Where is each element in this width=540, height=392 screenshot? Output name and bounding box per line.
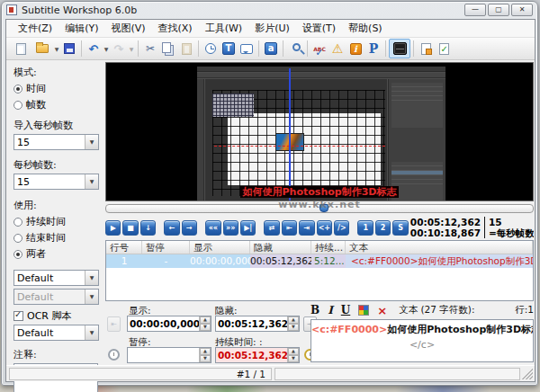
menu-tools[interactable]: 工具(W) bbox=[199, 20, 248, 37]
pascal-script-button[interactable]: P bbox=[364, 39, 382, 58]
show-time-spinner[interactable]: 00:00:00,000 ▲▼ bbox=[127, 316, 212, 332]
next-subtitle-button[interactable]: → bbox=[182, 220, 197, 236]
stop-button[interactable]: ■ bbox=[122, 220, 138, 236]
hide-time-spinner[interactable]: 00:05:12,362 ▲▼ bbox=[215, 316, 300, 332]
play-button[interactable]: ▶ bbox=[105, 220, 121, 236]
clear-format-button[interactable]: × bbox=[377, 304, 387, 317]
fps-select[interactable]: 15 ▼ bbox=[14, 174, 99, 190]
move-subtitle-start-button[interactable]: ⇤ bbox=[282, 220, 297, 236]
jump-prev-button[interactable]: ⇤ bbox=[107, 316, 121, 332]
spin-up-icon[interactable]: ▲ bbox=[288, 348, 299, 355]
spin-up-icon[interactable]: ▲ bbox=[288, 316, 299, 324]
spin-up-icon[interactable]: ▲ bbox=[200, 316, 211, 324]
show-time-value[interactable]: 00:00:00,000 bbox=[128, 316, 199, 331]
rewind-button[interactable]: «« bbox=[205, 220, 220, 236]
video-preview-toggle[interactable] bbox=[389, 39, 410, 58]
menu-help[interactable]: 帮助(S) bbox=[342, 20, 389, 37]
copy-button[interactable] bbox=[159, 39, 177, 58]
time-tools-button[interactable] bbox=[202, 39, 220, 58]
sync-point-1-button[interactable]: 1 bbox=[357, 220, 373, 236]
redo-dropdown-caret-icon[interactable]: ▼ bbox=[128, 46, 135, 52]
resize-grip[interactable] bbox=[522, 369, 533, 379]
work-endtime-option[interactable]: 结束时间 bbox=[14, 231, 99, 245]
undo-dropdown-caret-icon[interactable]: ▼ bbox=[103, 46, 110, 52]
set-start-time-button[interactable]: <+ bbox=[317, 220, 332, 236]
save-button[interactable] bbox=[60, 39, 78, 58]
col-hide[interactable]: 隐藏 bbox=[250, 241, 311, 254]
redo-button[interactable]: ↷ bbox=[110, 39, 128, 58]
title-bar[interactable]: Subtitle Workshop 6.0b — ▢ ✕ bbox=[2, 2, 537, 18]
mode-time-option[interactable]: 时间 bbox=[14, 82, 99, 95]
sync-add-button[interactable]: S bbox=[392, 220, 408, 236]
playback-rate-button[interactable]: ▶| bbox=[240, 220, 256, 236]
set-end-time-button[interactable]: /> bbox=[334, 220, 349, 236]
undo-button[interactable]: ↶ bbox=[85, 39, 103, 58]
spell-check-button[interactable]: ABC bbox=[310, 39, 328, 58]
col-text[interactable]: 文本 bbox=[346, 241, 533, 254]
hide-time-value[interactable]: 00:05:12,362 bbox=[216, 316, 287, 331]
open-file-button[interactable] bbox=[32, 39, 53, 58]
color-palette-icon[interactable] bbox=[358, 305, 369, 316]
duration-time-spinner[interactable]: 00:05:12,362 ▲▼ bbox=[215, 347, 300, 363]
subtitle-text-input[interactable]: <c:#FF0000>如何使用Photoshop制作3D标志 </c> bbox=[310, 319, 534, 362]
col-duration[interactable]: 持续... bbox=[311, 241, 346, 254]
menu-file[interactable]: 文件(Z) bbox=[12, 20, 58, 37]
sync-point-2-button[interactable]: 2 bbox=[375, 220, 391, 236]
seekbar-thumb[interactable] bbox=[320, 204, 328, 212]
spin-down-icon[interactable]: ▼ bbox=[288, 324, 299, 331]
italic-button[interactable]: I bbox=[328, 304, 333, 316]
move-subtitle-end-button[interactable]: ⇥ bbox=[299, 220, 314, 236]
translate-button[interactable]: a bbox=[262, 39, 280, 58]
col-line-number[interactable]: 行号 bbox=[106, 241, 142, 254]
script-check-button[interactable] bbox=[435, 39, 453, 58]
chevron-down-icon[interactable]: ▼ bbox=[85, 135, 98, 149]
video-seekbar[interactable] bbox=[105, 204, 534, 213]
error-check-button[interactable]: ⚠ bbox=[328, 39, 346, 58]
menu-edit[interactable]: 编辑(Y) bbox=[58, 20, 104, 37]
text-tools-button[interactable]: T bbox=[220, 39, 238, 58]
menu-view[interactable]: 视图(V) bbox=[104, 20, 151, 37]
close-button[interactable]: ✕ bbox=[511, 4, 533, 16]
duration-time-value[interactable]: 00:05:12,362 bbox=[216, 348, 287, 362]
chevron-down-icon[interactable]: ▼ bbox=[85, 271, 98, 285]
pause-time-value[interactable] bbox=[128, 348, 199, 362]
menu-settings[interactable]: 设置(T) bbox=[296, 20, 342, 37]
col-show[interactable]: 显示 bbox=[190, 241, 250, 254]
information-button[interactable]: i bbox=[346, 39, 364, 58]
ocr-scripts-label: OCR 脚本 bbox=[27, 309, 71, 323]
forward-button[interactable]: »» bbox=[223, 220, 238, 236]
chevron-down-icon[interactable]: ▼ bbox=[85, 174, 98, 189]
search-button[interactable] bbox=[286, 39, 304, 58]
repeat-button[interactable]: ⇄ bbox=[264, 220, 279, 236]
col-pause[interactable]: 暂停 bbox=[142, 241, 190, 254]
comment-button[interactable] bbox=[238, 39, 256, 58]
table-row[interactable]: 1 - 00:00:00,000 00:05:12,362 5:12... <c… bbox=[106, 254, 533, 268]
pause-time-spinner[interactable]: ▲▼ bbox=[127, 347, 212, 363]
input-fps-select[interactable]: 15 ▼ bbox=[14, 134, 99, 150]
ocr-script-select[interactable]: Default ▼ bbox=[14, 325, 99, 341]
work-duration-option[interactable]: 持续时间 bbox=[14, 215, 99, 228]
spin-down-icon[interactable]: ▼ bbox=[200, 324, 211, 331]
pause-clock-icon[interactable] bbox=[108, 349, 120, 361]
chevron-down-icon[interactable]: ▼ bbox=[85, 325, 98, 340]
new-file-button[interactable] bbox=[10, 39, 32, 58]
spin-down-icon[interactable]: ▼ bbox=[288, 355, 299, 362]
charset-primary-select[interactable]: Default ▼ bbox=[14, 270, 99, 286]
bold-button[interactable]: B bbox=[310, 304, 320, 316]
script-edit-button[interactable] bbox=[417, 39, 435, 58]
spin-down-icon[interactable]: ▼ bbox=[200, 355, 211, 362]
menu-movie[interactable]: 影片(U) bbox=[248, 20, 296, 37]
open-dropdown-caret-icon[interactable]: ▼ bbox=[53, 46, 60, 52]
prev-subtitle-button[interactable]: ← bbox=[164, 220, 179, 236]
toggle-scroll-button[interactable]: ↓ bbox=[140, 220, 156, 236]
maximize-button[interactable]: ▢ bbox=[488, 4, 509, 16]
paste-button[interactable] bbox=[177, 39, 195, 58]
mode-frames-option[interactable]: 帧数 bbox=[14, 98, 99, 111]
ocr-scripts-checkbox[interactable]: OCR 脚本 bbox=[14, 309, 99, 323]
minimize-button[interactable]: — bbox=[464, 4, 486, 16]
work-both-option[interactable]: 两者 bbox=[14, 247, 99, 261]
underline-button[interactable]: U bbox=[341, 304, 350, 316]
cut-button[interactable]: ✂ bbox=[141, 39, 159, 58]
menu-search[interactable]: 查找(X) bbox=[152, 20, 199, 37]
spin-up-icon[interactable]: ▲ bbox=[200, 348, 211, 355]
